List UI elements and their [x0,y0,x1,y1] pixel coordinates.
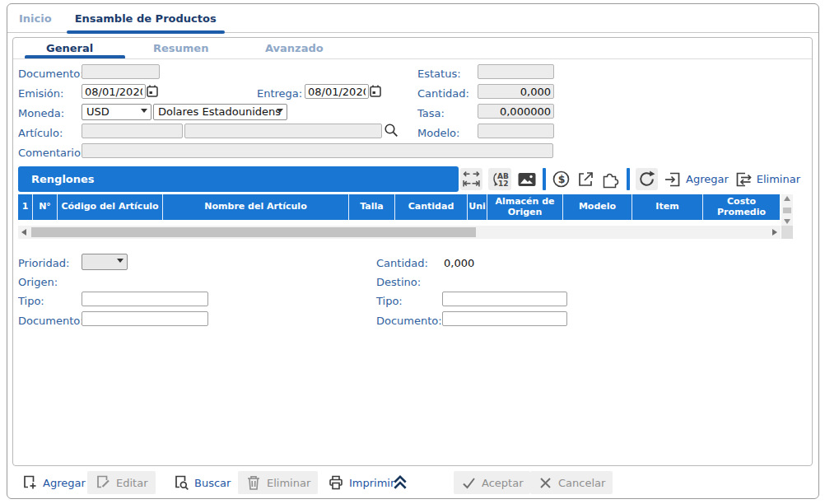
grid-vertical-scrollbar[interactable] [781,194,793,226]
column-header-modelo[interactable]: Modelo [563,194,632,220]
column-header-1[interactable]: 1 [18,194,33,220]
destino-label: Destino: [376,276,421,288]
column-header-uni[interactable]: Uni [468,194,487,220]
tab-ensamble-label: Ensamble de Productos [75,12,217,25]
moneda-name-select[interactable]: Dolares Estadounidens [153,104,287,120]
horizontal-scroll-thumb[interactable] [31,227,476,237]
vertical-scroll-thumb[interactable] [783,208,791,213]
imprimir-button[interactable]: Imprimir [320,471,402,494]
agregar-button-label: Agregar [43,477,86,489]
column-header-talla[interactable]: Talla [349,194,395,220]
scroll-right-arrow[interactable] [772,229,777,236]
column-header-cantidad[interactable]: Cantidad [395,194,468,220]
row-remove-icon[interactable] [734,170,753,189]
column-header-codigo-articulo[interactable]: Código del Artículo [58,194,163,220]
column-navigation-arrows-icon[interactable] [460,168,482,190]
origen-tipo-field[interactable] [82,292,208,306]
active-tab-underline [67,30,225,34]
grid-agregar-label[interactable]: Agregar [686,173,729,185]
entrega-calendar-icon[interactable] [369,84,382,98]
documento-field[interactable] [82,64,160,79]
image-icon[interactable] [517,171,537,188]
cantidad-label: Cantidad: [417,87,469,100]
prioridad-select[interactable] [82,254,128,270]
column-header-costo-promedio[interactable]: Costo Promedio [703,194,780,220]
origen-label: Origen: [18,276,58,288]
grid-horizontal-scrollbar[interactable] [18,226,781,239]
collapse-panel-icon[interactable] [392,474,408,490]
row-insert-icon[interactable] [664,170,682,189]
export-icon[interactable] [576,170,594,189]
subtab-general[interactable]: General [46,42,93,54]
emision-date-field[interactable] [82,84,146,99]
entrega-date-field[interactable] [305,84,369,99]
add-document-icon [21,474,38,491]
toolbar-divider [627,168,630,190]
tab-inicio[interactable]: Inicio [7,4,63,32]
origen-documento-field[interactable] [82,311,208,326]
origen-tipo-label: Tipo: [18,295,44,307]
editar-button-label: Editar [116,477,148,489]
comentario-label: Comentario: [18,147,84,159]
prioridad-label: Prioridad: [18,257,69,269]
tasa-field[interactable] [478,104,554,119]
articulo-code-field[interactable] [82,124,183,138]
editar-button[interactable]: Editar [87,471,156,494]
cancelar-button-label: Cancelar [558,477,605,489]
agregar-button[interactable]: Agregar [14,471,93,494]
chevron-down-icon [117,259,124,263]
column-header-almacen-origen[interactable]: Almacén de Origen [487,194,563,220]
column-header-item[interactable]: Item [632,194,703,220]
articulo-name-field[interactable] [184,124,382,138]
column-header-nombre-articulo[interactable]: Nombre del Artículo [163,194,349,220]
close-icon [538,475,553,491]
grid-title-bar: Renglones [18,166,459,192]
modelo-field[interactable] [478,124,554,138]
detail-cantidad-value: 0,000 [444,257,474,269]
scroll-up-arrow[interactable] [784,196,790,201]
destino-documento-field[interactable] [442,311,567,326]
comentario-field[interactable] [82,143,553,158]
check-icon [461,475,477,491]
aceptar-button-label: Aceptar [482,477,523,489]
documento-label: Documento: [18,68,84,80]
moneda-code-value: USD [86,105,110,118]
entrega-label: Entrega: [257,87,302,100]
scrollbar-corner [781,226,793,239]
destino-tipo-label: Tipo: [376,295,403,307]
currency-icon[interactable]: $ [552,170,571,189]
moneda-code-select[interactable]: USD [82,104,151,120]
subtab-avanzado[interactable]: Avanzado [265,42,324,54]
aceptar-button[interactable]: Aceptar [454,471,530,494]
destino-documento-label: Documento: [376,315,442,327]
cancelar-button[interactable]: Cancelar [530,471,613,494]
refresh-icon[interactable] [636,168,658,190]
moneda-name-value: Dolares Estadounidens [158,105,281,118]
estatus-field[interactable] [478,64,554,79]
column-header-numero[interactable]: N° [33,194,58,220]
emision-calendar-icon[interactable] [146,84,159,98]
grid-body-empty [18,220,780,226]
main-tabbar: Inicio Ensamble de Productos [7,4,818,33]
main-panel: General Resumen Avanzado Documento: Esta… [12,37,813,466]
scroll-down-arrow[interactable] [784,219,790,224]
destino-tipo-field[interactable] [442,292,567,306]
puzzle-icon[interactable] [600,170,621,189]
trash-icon [245,474,262,491]
subtab-resumen[interactable]: Resumen [153,42,208,54]
sort-alpha-numeric-icon[interactable]: AB12 [488,168,511,190]
edit-document-icon [95,474,111,491]
tab-ensamble-de-productos[interactable]: Ensamble de Productos [63,4,228,32]
grid-toolbar: AB12 $ Agregar [460,166,800,192]
buscar-button[interactable]: Buscar [165,471,238,494]
articulo-search-icon[interactable] [384,123,399,138]
svg-text:$: $ [558,173,566,185]
eliminar-button[interactable]: Eliminar [238,471,318,494]
grid-header-row: 1 N° Código del Artículo Nombre del Artí… [18,194,780,220]
grid-eliminar-label[interactable]: Eliminar [757,173,800,185]
eliminar-button-label: Eliminar [267,477,310,489]
toolbar-divider [543,168,546,190]
subtab-divider [13,58,812,59]
scroll-left-arrow[interactable] [21,229,26,236]
cantidad-field[interactable] [478,84,554,99]
